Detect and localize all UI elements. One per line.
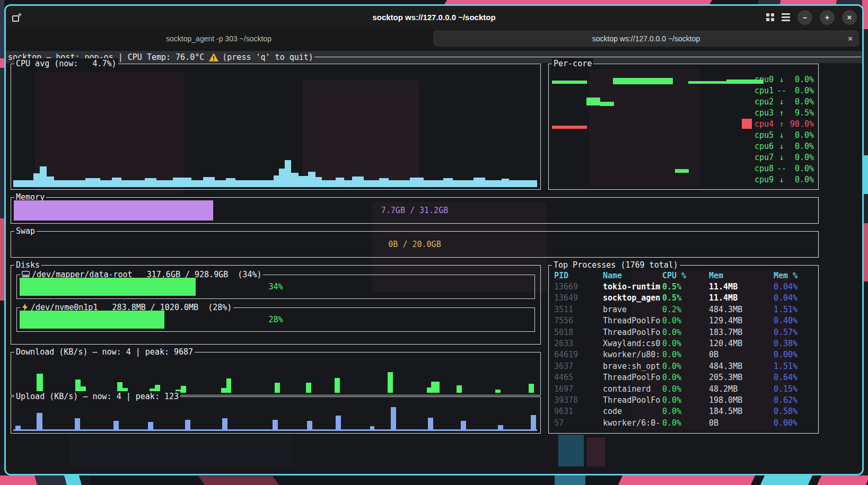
download-panel: Download (KB/s) — now: 4 | peak: 9687 — [11, 352, 541, 395]
histogram-bar — [431, 382, 440, 393]
process-row: 57kworker/6:0-0.0%0B0.00% — [549, 417, 818, 428]
histogram-bar — [613, 78, 673, 84]
download-histogram — [11, 352, 540, 395]
tab-socktop-agent[interactable]: socktop_agent -p 303 ~/socktop — [6, 29, 432, 48]
core-row-cpu1: cpu1--0.0% — [755, 85, 814, 96]
disk-data-root-gauge: /dev/mapper/data-root 317.6GB / 928.9GB … — [16, 275, 535, 299]
histogram-bar — [315, 177, 322, 180]
upload-panel: Upload (KB/s) — now: 4 | peak: 123 — [11, 396, 541, 434]
maximize-button[interactable]: + — [820, 10, 835, 25]
histogram-bar — [291, 173, 299, 180]
tab-close-icon[interactable]: × — [848, 34, 853, 43]
titlebar: + socktop ws://127.0.0.0 ~/socktop – + × — [6, 6, 862, 29]
hamburger-menu-icon[interactable] — [782, 13, 790, 21]
histogram-bar — [40, 166, 47, 180]
terminal-window: + socktop ws://127.0.0.0 ~/socktop – + ×… — [4, 4, 864, 475]
histogram-bar — [688, 81, 728, 84]
process-row: 7556ThreadPoolFo0.0%129.4MB0.40% — [549, 315, 818, 327]
app-header: socktop — host: pop-os | CPU Temp: 76.0°… — [6, 51, 862, 63]
desktop-art-bottom-pink — [618, 475, 755, 485]
histogram-bar — [427, 387, 431, 393]
terminal-content: socktop — host: pop-os | CPU Temp: 76.0°… — [6, 48, 862, 475]
tab-label: socktop_agent -p 303 ~/socktop — [166, 34, 271, 43]
process-row: 13649socktop_agen0.5%11.4MB0.04% — [549, 293, 818, 304]
core-row-cpu6: cpu6↓0.0% — [755, 141, 814, 152]
histogram-bar — [274, 175, 279, 180]
histogram-bar — [586, 98, 600, 105]
tab-label: socktop ws://127.0.0.0 ~/socktop — [592, 34, 700, 43]
histogram-bar — [552, 126, 587, 129]
desktop-art-bottom-left — [0, 475, 90, 485]
histogram-bar — [273, 420, 278, 431]
terminal-bg-art — [558, 435, 584, 466]
terminal-bg-art — [69, 435, 292, 467]
histogram-bar — [185, 420, 190, 431]
warning-icon — [208, 52, 219, 62]
core-row-cpu7: cpu7↓0.0% — [755, 152, 814, 163]
histogram-bar — [112, 178, 121, 180]
tab-bar: socktop_agent -p 303 ~/socktop socktop w… — [6, 29, 862, 48]
histogram-bar — [37, 374, 43, 393]
histogram-bar — [285, 160, 291, 180]
desktop-art-bottom-middle — [198, 476, 279, 485]
histogram-bar — [173, 178, 191, 180]
histogram-bar — [307, 421, 312, 431]
histogram-bar — [226, 178, 235, 180]
terminal-bg-art — [587, 438, 605, 466]
tab-overview-icon[interactable] — [766, 13, 774, 21]
histogram-bar — [306, 383, 311, 393]
histogram-bar — [379, 178, 389, 180]
histogram-bar — [113, 421, 119, 431]
histogram-bar — [226, 378, 231, 393]
minimize-button[interactable]: – — [797, 10, 812, 25]
histogram-bar — [75, 418, 80, 431]
core-row-cpu9: cpu9↓0.0% — [755, 174, 814, 186]
process-table-body: 13669tokio-runtim0.5%11.4MB0.04%13649soc… — [549, 281, 818, 428]
histogram-bar — [391, 407, 396, 431]
desktop-art-left-edge — [0, 0, 4, 485]
histogram-bar — [37, 413, 42, 431]
histogram-bar — [428, 418, 433, 431]
header-quit-hint: (press 'q' to quit) — [222, 52, 313, 62]
top-processes-title: Top Processes (1769 total) — [552, 260, 680, 270]
histogram-bar — [181, 386, 186, 393]
process-row: 4465ThreadPoolFo0.0%205.3MB0.64% — [549, 372, 818, 383]
core-row-cpu2: cpu2↓0.0% — [755, 96, 814, 107]
histogram-bar — [388, 372, 393, 393]
histogram-bar — [221, 388, 226, 393]
histogram-bar — [498, 425, 503, 431]
histogram-bar — [529, 384, 534, 393]
disk-icon — [22, 271, 30, 278]
process-row: 9631code0.0%184.5MB0.58% — [549, 406, 818, 417]
process-row: 39378ThreadPoolFo0.0%198.0MB0.62% — [549, 394, 818, 405]
histogram-bar — [600, 102, 614, 106]
histogram-bar — [370, 426, 374, 431]
swap-usage-label: 0B / 20.0GB — [11, 240, 818, 249]
histogram-bar — [335, 378, 340, 393]
memory-panel: Memory 7.7GB / 31.2GB — [11, 197, 819, 224]
histogram-bar — [222, 418, 227, 431]
histogram-bar — [336, 178, 344, 180]
histogram-bar — [336, 416, 341, 431]
cpu-avg-panel: CPU avg (now: 4.7%) — [11, 64, 541, 190]
histogram-bar — [203, 177, 215, 180]
process-row: 5018ThreadPoolFo0.0%183.7MB0.57% — [549, 327, 818, 338]
core-row-cpu8: cpu8--0.0% — [755, 163, 814, 174]
desktop-art-bottom-cyan — [760, 475, 812, 485]
process-row: 1697containerd0.0%48.2MB0.15% — [549, 383, 818, 394]
histogram-bar — [15, 426, 21, 431]
histogram-bar — [457, 385, 462, 393]
tab-socktop-active[interactable]: socktop ws://127.0.0.0 ~/socktop × — [433, 30, 859, 47]
process-row: 2633Xwayland:cs00.0%120.4MB0.38% — [549, 338, 818, 349]
core-row-cpu3: cpu3↑9.5% — [755, 107, 814, 118]
swap-panel: Swap 0B / 20.0GB — [11, 231, 819, 258]
upload-histogram — [11, 397, 540, 433]
memory-usage-label: 7.7GB / 31.2GB — [11, 206, 818, 215]
top-processes-panel: Top Processes (1769 total) PIDNameCPU %M… — [548, 265, 819, 434]
histogram-bar — [410, 178, 424, 180]
core-alert-block — [742, 119, 752, 129]
histogram-bar — [85, 178, 100, 180]
close-button[interactable]: × — [842, 10, 857, 25]
histogram-bar — [275, 383, 280, 393]
core-row-cpu5: cpu5↓0.0% — [755, 129, 814, 140]
